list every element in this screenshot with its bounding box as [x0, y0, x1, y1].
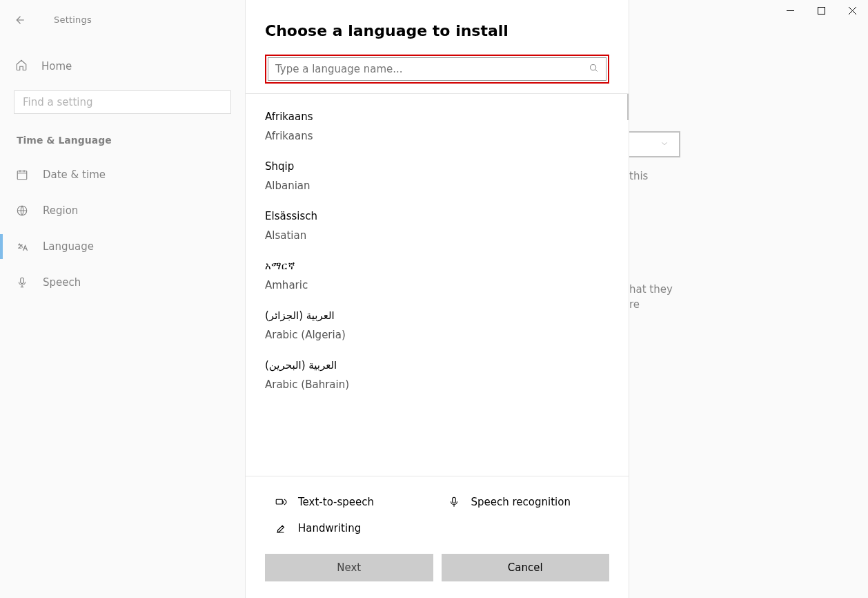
language-english-name: Arabic (Bahrain) [265, 378, 609, 391]
language-native-name: Afrikaans [265, 110, 609, 123]
find-setting-input[interactable]: Find a setting [14, 90, 231, 114]
cancel-button[interactable]: Cancel [442, 554, 610, 581]
language-item[interactable]: Shqip Albanian [246, 156, 629, 206]
feature-text-to-speech: Text-to-speech [273, 489, 446, 515]
search-field[interactable] [275, 63, 589, 75]
svg-rect-5 [276, 499, 282, 504]
next-button[interactable]: Next [265, 554, 433, 581]
sidebar-item-label: Date & time [43, 168, 106, 181]
minimize-button[interactable] [775, 0, 806, 21]
app-title: Settings [54, 15, 92, 25]
language-search-input[interactable] [268, 57, 606, 81]
sidebar-item-home[interactable]: Home [0, 49, 245, 84]
calendar-clock-icon [15, 168, 29, 181]
sidebar: Settings Home Find a setting Time & Lang… [0, 0, 245, 598]
dialog-button-row: Next Cancel [246, 548, 629, 598]
search-icon [589, 63, 599, 76]
back-row[interactable]: Settings [0, 4, 245, 35]
language-native-name: Shqip [265, 160, 609, 173]
sidebar-item-label: Region [43, 204, 78, 217]
language-native-name: العربية (البحرين) [265, 359, 609, 372]
language-english-name: Afrikaans [265, 130, 609, 142]
language-english-name: Albanian [265, 180, 609, 192]
svg-rect-6 [452, 497, 455, 503]
maximize-button[interactable] [806, 0, 837, 21]
language-list[interactable]: Afrikaans Afrikaans Shqip Albanian Elsäs… [246, 93, 629, 476]
svg-point-4 [591, 64, 596, 70]
home-icon [15, 59, 28, 74]
sidebar-item-label: Speech [43, 276, 81, 289]
svg-rect-3 [818, 7, 825, 14]
feature-label: Speech recognition [471, 496, 571, 508]
microphone-icon [446, 496, 462, 508]
sidebar-item-language[interactable]: Language [0, 229, 245, 264]
chevron-down-icon [660, 138, 669, 151]
sidebar-item-speech[interactable]: Speech [0, 264, 245, 300]
display-language-dropdown[interactable] [621, 131, 680, 157]
back-arrow-icon [12, 13, 26, 27]
text-to-speech-icon [273, 496, 288, 508]
language-english-name: Arabic (Algeria) [265, 329, 609, 341]
background-text-fragment: this [629, 170, 648, 182]
sidebar-section-title: Time & Language [17, 135, 245, 146]
background-text-fragment: re [629, 298, 640, 311]
language-item[interactable]: Afrikaans Afrikaans [246, 106, 629, 156]
window-controls [775, 0, 868, 21]
language-english-name: Alsatian [265, 229, 609, 242]
sidebar-item-label: Language [43, 240, 94, 253]
feature-label: Text-to-speech [298, 496, 374, 508]
sidebar-item-region[interactable]: Region [0, 193, 245, 229]
microphone-icon [15, 276, 29, 289]
find-setting-placeholder: Find a setting [23, 96, 92, 108]
home-label: Home [41, 60, 72, 73]
language-features: Text-to-speech Speech recognition Handwr… [246, 476, 629, 548]
search-highlight [265, 55, 609, 84]
language-item[interactable]: العربية (البحرين) Arabic (Bahrain) [246, 355, 629, 405]
language-native-name: Elsässisch [265, 210, 609, 222]
feature-handwriting: Handwriting [273, 515, 446, 541]
svg-rect-0 [17, 171, 27, 180]
dialog-title: Choose a language to install [246, 0, 629, 55]
handwriting-icon [273, 522, 288, 534]
language-item[interactable]: Elsässisch Alsatian [246, 206, 629, 255]
feature-label: Handwriting [298, 522, 361, 534]
language-native-name: العربية (الجزائر) [265, 309, 609, 322]
scrollbar-thumb[interactable] [627, 94, 629, 120]
language-english-name: Amharic [265, 279, 609, 291]
close-button[interactable] [837, 0, 868, 21]
language-icon [15, 240, 29, 253]
feature-speech-recognition: Speech recognition [446, 489, 620, 515]
language-item[interactable]: العربية (الجزائر) Arabic (Algeria) [246, 305, 629, 355]
language-item[interactable]: አማርኛ Amharic [246, 255, 629, 305]
background-text-fragment: hat they [629, 283, 673, 296]
sidebar-item-date-time[interactable]: Date & time [0, 157, 245, 193]
globe-icon [15, 204, 29, 217]
language-native-name: አማርኛ [265, 260, 609, 272]
choose-language-dialog: Choose a language to install Afrikaans A… [245, 0, 629, 598]
svg-rect-2 [21, 278, 24, 283]
